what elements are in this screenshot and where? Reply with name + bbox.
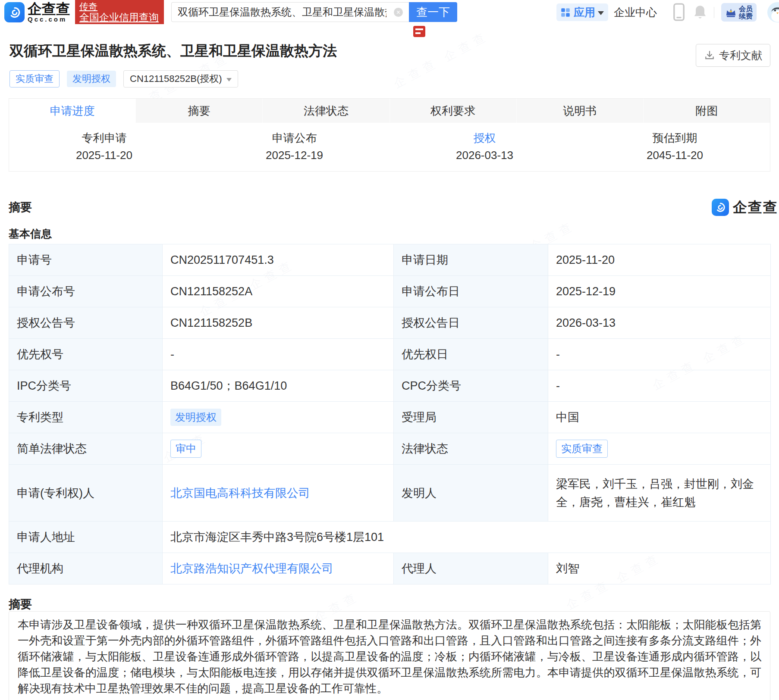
patent-type-badge: 发明授权 bbox=[67, 71, 116, 87]
page-title: 双循环卫星保温散热系统、卫星和卫星保温散热方法 bbox=[9, 41, 337, 60]
field-label: 代理机构 bbox=[9, 553, 163, 584]
abstract-section-heading: 摘要 bbox=[9, 200, 32, 215]
field-value: - bbox=[163, 339, 394, 370]
clear-search-icon[interactable]: × bbox=[394, 8, 403, 17]
field-value: 中国 bbox=[548, 402, 771, 433]
timeline-stage-date: 2026-03-13 bbox=[390, 149, 580, 162]
table-row: 申请(专利权)人 北京国电高科科技有限公司 发明人 梁军民，刘千玉，吕强，封世刚… bbox=[9, 465, 771, 522]
table-row: 专利类型 发明授权 受理局 中国 bbox=[9, 402, 771, 433]
field-value: 2025-11-20 bbox=[548, 244, 771, 276]
field-label: 简单法律状态 bbox=[9, 433, 163, 465]
search-bar: × 查一下 bbox=[171, 2, 457, 22]
patent-type-badge: 发明授权 bbox=[170, 409, 221, 426]
progress-timeline: 专利申请 2025-11-20 申请公布 2025-12-19 授权 2026-… bbox=[9, 123, 770, 171]
table-row: 简单法律状态 审中 法律状态 实质审查 bbox=[9, 433, 771, 465]
field-label: 申请(专利权)人 bbox=[9, 465, 163, 522]
field-value: - bbox=[548, 339, 771, 370]
field-value: CN121158252B bbox=[163, 307, 394, 339]
field-label: 代理人 bbox=[394, 553, 548, 584]
tab-application-progress[interactable]: 申请进度 bbox=[9, 99, 135, 123]
table-row: 申请人地址 北京市海淀区丰秀中路3号院6号楼1层101 bbox=[9, 522, 771, 553]
legal-status-badge: 实质审查 bbox=[556, 440, 608, 458]
timeline-stage-label: 申请公布 bbox=[199, 131, 390, 144]
timeline-stage-date: 2025-12-19 bbox=[199, 149, 390, 162]
table-row: 授权公告号 CN121158252B 授权公告日 2026-03-13 bbox=[9, 307, 771, 339]
timeline-stage-label[interactable]: 授权 bbox=[390, 131, 580, 144]
field-value: 发明授权 bbox=[163, 402, 394, 433]
basic-info-heading: 基本信息 bbox=[9, 227, 52, 241]
agent-value: 刘智 bbox=[548, 553, 771, 584]
apps-grid-icon bbox=[561, 8, 570, 17]
vip-renew-button[interactable]: 会员 续费 bbox=[721, 3, 757, 22]
tab-description[interactable]: 说明书 bbox=[516, 99, 643, 123]
field-value: 实质审查 bbox=[548, 433, 771, 465]
caret-down-icon bbox=[598, 11, 604, 15]
vip-label-line2: 续费 bbox=[739, 12, 753, 20]
summary-box: 本申请涉及卫星设备领域，提供一种双循环卫星保温散热系统、卫星和卫星保温散热方法。… bbox=[9, 611, 770, 700]
patent-document-button[interactable]: 专利文献 bbox=[696, 44, 770, 67]
field-value: CN121158252A bbox=[163, 276, 394, 307]
field-label: 申请公布号 bbox=[9, 276, 163, 307]
site-header: 企查查 Qcc.com 传奇 全国企业信用查询 × 查一下 应用 企业中心 bbox=[0, 0, 779, 24]
field-label: 申请人地址 bbox=[9, 522, 163, 553]
mobile-app-icon[interactable] bbox=[673, 0, 685, 24]
abstract-section-header: 摘要 企查查 bbox=[9, 196, 770, 219]
timeline-stage-date: 2025-11-20 bbox=[9, 149, 199, 162]
field-label: 优先权日 bbox=[394, 339, 548, 370]
apps-menu-label: 应用 bbox=[574, 5, 595, 19]
qcc-brandmark-text: 企查查 bbox=[733, 198, 778, 217]
timeline-stage-publication: 申请公布 2025-12-19 bbox=[199, 131, 390, 162]
logo-brand-text: 企查查 bbox=[28, 2, 70, 16]
patent-document-label: 专利文献 bbox=[719, 48, 762, 62]
publication-number-select[interactable]: CN121158252B(授权) bbox=[123, 70, 238, 88]
legal-status-badge: 实质审查 bbox=[9, 70, 60, 88]
field-value: B64G1/50；B64G1/10 bbox=[163, 370, 394, 402]
user-avatar[interactable] bbox=[767, 2, 779, 22]
apps-menu[interactable]: 应用 bbox=[556, 3, 608, 21]
tab-claims[interactable]: 权利要求 bbox=[390, 99, 516, 123]
caret-down-icon bbox=[226, 78, 232, 81]
field-value: 北京国电高科科技有限公司 bbox=[163, 465, 394, 522]
tab-drawings[interactable]: 附图 bbox=[643, 99, 770, 123]
field-label: 申请号 bbox=[9, 244, 163, 276]
field-label: 授权公告日 bbox=[394, 307, 548, 339]
timeline-stage-expiry: 预估到期 2045-11-20 bbox=[580, 131, 770, 162]
inventors-value: 梁军民，刘千玉，吕强，封世刚，刘金全，唐尧，曹桂兴，崔红魁 bbox=[548, 465, 771, 522]
search-button[interactable]: 查一下 bbox=[409, 2, 457, 22]
vip-label-line1: 会员 bbox=[739, 5, 753, 12]
agency-company-link[interactable]: 北京路浩知识产权代理有限公司 bbox=[170, 562, 333, 575]
notification-bell-icon[interactable] bbox=[693, 0, 707, 24]
field-label: CPC分类号 bbox=[394, 370, 548, 402]
search-input[interactable] bbox=[171, 2, 409, 22]
field-value: CN202511707451.3 bbox=[163, 244, 394, 276]
tab-bar: 申请进度 摘要 法律状态 权利要求 说明书 附图 bbox=[9, 99, 770, 123]
main-content: 双循环卫星保温散热系统、卫星和卫星保温散热方法 专利文献 实质审查 发明授权 C… bbox=[0, 0, 779, 700]
field-label: 申请日期 bbox=[394, 244, 548, 276]
table-row: 优先权号 - 优先权日 - bbox=[9, 339, 771, 370]
enterprise-center-link[interactable]: 企业中心 bbox=[614, 0, 657, 24]
crown-icon bbox=[725, 7, 737, 18]
field-label: 受理局 bbox=[394, 402, 548, 433]
field-value: 审中 bbox=[163, 433, 394, 465]
qcc-brandmark: 企查查 bbox=[712, 198, 778, 217]
field-label: 授权公告号 bbox=[9, 307, 163, 339]
applicant-address-value: 北京市海淀区丰秀中路3号院6号楼1层101 bbox=[163, 522, 771, 553]
application-progress-panel: 申请进度 摘要 法律状态 权利要求 说明书 附图 专利申请 2025-11-20… bbox=[9, 98, 770, 172]
tab-legal-status[interactable]: 法律状态 bbox=[262, 99, 389, 123]
promo-banner: 传奇 全国企业信用查询 bbox=[75, 0, 164, 24]
promo-line2: 全国企业信用查询 bbox=[79, 12, 160, 23]
basic-info-table: 申请号 CN202511707451.3 申请日期 2025-11-20 申请公… bbox=[9, 244, 771, 584]
table-row: 代理机构 北京路浩知识产权代理有限公司 代理人 刘智 bbox=[9, 553, 771, 584]
promo-icon[interactable] bbox=[413, 26, 425, 37]
field-label: 优先权号 bbox=[9, 339, 163, 370]
qcc-logo[interactable]: 企查查 Qcc.com bbox=[4, 2, 70, 23]
nav-divider bbox=[714, 7, 714, 18]
field-value: - bbox=[548, 370, 771, 402]
table-row: IPC分类号 B64G1/50；B64G1/10 CPC分类号 - bbox=[9, 370, 771, 402]
timeline-stage-application: 专利申请 2025-11-20 bbox=[9, 131, 199, 162]
logo-domain-text: Qcc.com bbox=[28, 16, 70, 23]
promo-line1: 传奇 bbox=[79, 1, 160, 12]
applicant-company-link[interactable]: 北京国电高科科技有限公司 bbox=[170, 487, 310, 500]
table-row: 申请号 CN202511707451.3 申请日期 2025-11-20 bbox=[9, 244, 771, 276]
tab-abstract[interactable]: 摘要 bbox=[135, 99, 262, 123]
